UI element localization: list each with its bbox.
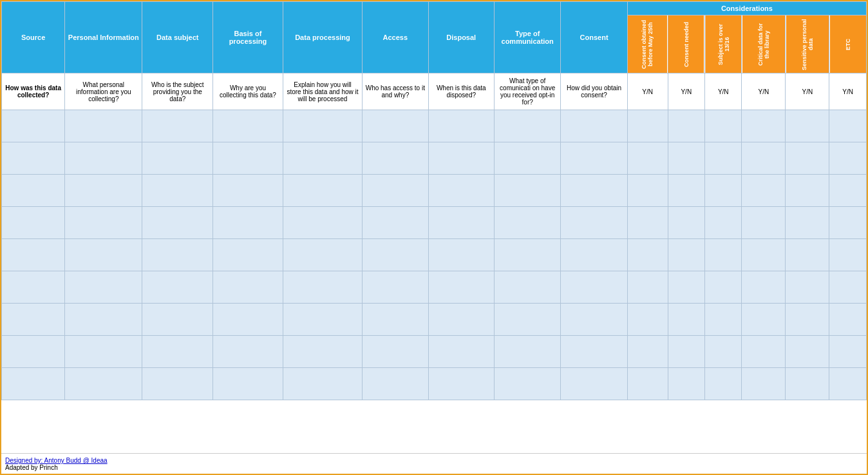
- cell-cons5[interactable]: [786, 239, 829, 271]
- cell-typecomm[interactable]: [494, 207, 560, 239]
- cell-personal[interactable]: [65, 368, 142, 400]
- table-row[interactable]: [2, 239, 867, 271]
- table-row[interactable]: [2, 304, 867, 336]
- designed-by-link[interactable]: Designed by: Antony Budd @ Ideaa: [5, 457, 108, 464]
- table-row[interactable]: [2, 336, 867, 368]
- cell-basis[interactable]: [213, 239, 283, 271]
- cell-cons3[interactable]: [705, 142, 742, 175]
- cell-basis[interactable]: [213, 368, 283, 400]
- cell-source[interactable]: [2, 336, 65, 368]
- cell-cons5[interactable]: [786, 304, 829, 336]
- cell-etc[interactable]: [829, 368, 867, 400]
- cell-cons3[interactable]: [705, 368, 742, 400]
- table-row[interactable]: [2, 175, 867, 207]
- cell-cons2[interactable]: [668, 336, 704, 368]
- cell-subject[interactable]: [142, 142, 213, 175]
- cell-typecomm[interactable]: [494, 304, 560, 336]
- cell-cons1[interactable]: [627, 271, 668, 304]
- cell-cons5[interactable]: [786, 110, 829, 142]
- cell-disposal[interactable]: [428, 110, 494, 142]
- cell-access[interactable]: [363, 142, 428, 175]
- cell-cons1[interactable]: [627, 110, 668, 142]
- cell-disposal[interactable]: [428, 368, 494, 400]
- cell-disposal[interactable]: [428, 239, 494, 271]
- cell-cons5[interactable]: [786, 271, 829, 304]
- cell-cons5[interactable]: [786, 336, 829, 368]
- cell-typecomm[interactable]: [494, 271, 560, 304]
- cell-cons1[interactable]: [627, 239, 668, 271]
- cell-access[interactable]: [363, 368, 428, 400]
- cell-consent[interactable]: [561, 336, 627, 368]
- cell-cons2[interactable]: [668, 207, 704, 239]
- cell-typecomm[interactable]: [494, 110, 560, 142]
- cell-typecomm[interactable]: [494, 175, 560, 207]
- cell-source[interactable]: [2, 142, 65, 175]
- cell-subject[interactable]: [142, 271, 213, 304]
- cell-cons4[interactable]: [742, 207, 786, 239]
- cell-cons2[interactable]: [668, 110, 704, 142]
- cell-cons3[interactable]: [705, 239, 742, 271]
- cell-source[interactable]: [2, 368, 65, 400]
- cell-subject[interactable]: [142, 175, 213, 207]
- cell-cons5[interactable]: [786, 368, 829, 400]
- cell-cons2[interactable]: [668, 142, 704, 175]
- cell-disposal[interactable]: [428, 336, 494, 368]
- cell-basis[interactable]: [213, 110, 283, 142]
- cell-cons1[interactable]: [627, 304, 668, 336]
- cell-access[interactable]: [363, 110, 428, 142]
- cell-basis[interactable]: [213, 271, 283, 304]
- cell-consent[interactable]: [561, 175, 627, 207]
- cell-basis[interactable]: [213, 336, 283, 368]
- cell-dataproc[interactable]: [283, 304, 362, 336]
- cell-cons3[interactable]: [705, 207, 742, 239]
- cell-cons1[interactable]: [627, 368, 668, 400]
- cell-disposal[interactable]: [428, 142, 494, 175]
- cell-typecomm[interactable]: [494, 239, 560, 271]
- cell-disposal[interactable]: [428, 207, 494, 239]
- cell-cons3[interactable]: [705, 110, 742, 142]
- cell-etc[interactable]: [829, 239, 867, 271]
- cell-basis[interactable]: [213, 304, 283, 336]
- cell-subject[interactable]: [142, 110, 213, 142]
- cell-etc[interactable]: [829, 336, 867, 368]
- cell-subject[interactable]: [142, 368, 213, 400]
- cell-disposal[interactable]: [428, 304, 494, 336]
- cell-personal[interactable]: [65, 175, 142, 207]
- cell-dataproc[interactable]: [283, 175, 362, 207]
- cell-typecomm[interactable]: [494, 368, 560, 400]
- cell-cons5[interactable]: [786, 207, 829, 239]
- cell-typecomm[interactable]: [494, 336, 560, 368]
- table-row[interactable]: [2, 110, 867, 142]
- cell-consent[interactable]: [561, 142, 627, 175]
- cell-etc[interactable]: [829, 271, 867, 304]
- cell-source[interactable]: [2, 239, 65, 271]
- cell-source[interactable]: [2, 207, 65, 239]
- cell-access[interactable]: [363, 304, 428, 336]
- cell-consent[interactable]: [561, 368, 627, 400]
- cell-consent[interactable]: [561, 271, 627, 304]
- table-row[interactable]: [2, 142, 867, 175]
- cell-personal[interactable]: [65, 207, 142, 239]
- cell-cons1[interactable]: [627, 142, 668, 175]
- cell-cons4[interactable]: [742, 304, 786, 336]
- cell-subject[interactable]: [142, 239, 213, 271]
- cell-personal[interactable]: [65, 271, 142, 304]
- cell-cons2[interactable]: [668, 175, 704, 207]
- cell-cons4[interactable]: [742, 175, 786, 207]
- cell-dataproc[interactable]: [283, 368, 362, 400]
- cell-source[interactable]: [2, 110, 65, 142]
- cell-cons1[interactable]: [627, 336, 668, 368]
- cell-dataproc[interactable]: [283, 110, 362, 142]
- cell-access[interactable]: [363, 271, 428, 304]
- table-row[interactable]: [2, 271, 867, 304]
- cell-cons5[interactable]: [786, 175, 829, 207]
- cell-cons3[interactable]: [705, 175, 742, 207]
- cell-consent[interactable]: [561, 110, 627, 142]
- cell-subject[interactable]: [142, 304, 213, 336]
- cell-source[interactable]: [2, 175, 65, 207]
- cell-cons3[interactable]: [705, 336, 742, 368]
- cell-cons3[interactable]: [705, 304, 742, 336]
- cell-access[interactable]: [363, 239, 428, 271]
- cell-subject[interactable]: [142, 336, 213, 368]
- cell-cons4[interactable]: [742, 110, 786, 142]
